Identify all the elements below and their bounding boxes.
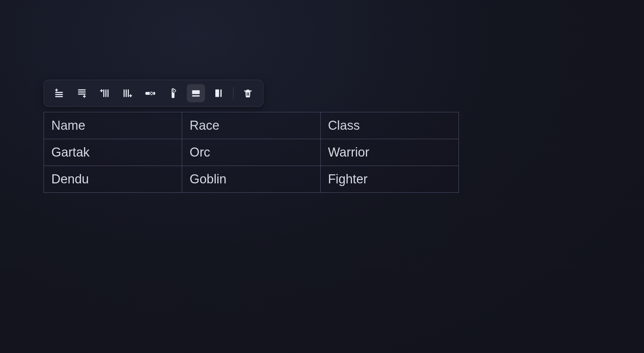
table-header-cell[interactable]: Name: [44, 112, 182, 139]
table-cell[interactable]: Warrior: [320, 139, 459, 166]
svg-rect-11: [248, 93, 249, 96]
insert-row-below-button[interactable]: [73, 84, 91, 102]
table-cell[interactable]: Fighter: [320, 166, 459, 193]
table-cell[interactable]: Dendu: [44, 166, 182, 193]
trash-icon: [243, 88, 253, 98]
delete-column-button[interactable]: [164, 84, 182, 102]
table-cell[interactable]: Gartak: [44, 139, 182, 166]
col-insert-left-icon: [100, 88, 110, 98]
toggle-header-column-button[interactable]: [210, 84, 228, 102]
table-header-row[interactable]: Name Race Class: [44, 112, 459, 139]
delete-row-button[interactable]: [141, 84, 159, 102]
table-cell[interactable]: Goblin: [182, 166, 320, 193]
svg-rect-7: [192, 95, 200, 97]
delete-table-button[interactable]: [239, 84, 257, 102]
row-delete-icon: [145, 88, 156, 98]
row-insert-above-icon: [54, 88, 64, 98]
toggle-header-row-button[interactable]: [187, 84, 205, 102]
svg-rect-8: [215, 90, 219, 97]
svg-rect-9: [220, 90, 222, 97]
insert-row-above-button[interactable]: [50, 84, 68, 102]
table-toolbar: [44, 80, 263, 107]
data-table[interactable]: Name Race Class Gartak Orc Warrior Dendu…: [44, 112, 459, 193]
row-insert-below-icon: [77, 88, 87, 98]
col-delete-icon: [168, 87, 178, 99]
toolbar-divider: [233, 87, 233, 99]
col-insert-right-icon: [122, 88, 132, 98]
insert-column-left-button[interactable]: [96, 84, 114, 102]
svg-rect-10: [247, 93, 248, 96]
insert-column-right-button[interactable]: [118, 84, 137, 102]
svg-rect-6: [192, 90, 200, 94]
header-column-icon: [214, 88, 224, 98]
header-row-icon: [191, 88, 201, 98]
table-cell[interactable]: Orc: [182, 139, 320, 166]
table-row[interactable]: Gartak Orc Warrior: [44, 139, 459, 166]
table-header-cell[interactable]: Race: [182, 112, 320, 139]
table-row[interactable]: Dendu Goblin Fighter: [44, 166, 459, 193]
table-header-cell[interactable]: Class: [320, 112, 459, 139]
